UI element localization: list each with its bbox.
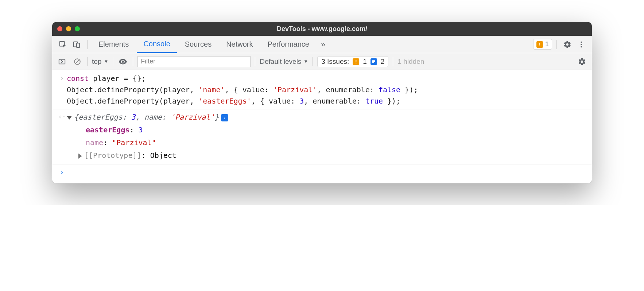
console-body: › const player = {}; Object.defineProper… [52,70,592,183]
prompt-marker-icon: › [57,167,67,178]
separator [255,57,255,66]
tab-performance[interactable]: Performance [261,36,316,53]
log-levels-dropdown[interactable]: Default levels ▼ [260,58,308,66]
svg-point-5 [581,46,582,47]
window-title: DevTools - www.google.com/ [52,25,592,33]
console-toolbar: top ▼ Default levels ▼ 3 Issues: ! 1 2 1… [52,53,592,70]
property-name[interactable]: name: "Parzival" [67,137,587,148]
code-line[interactable]: const player = {}; Object.defineProperty… [67,73,587,107]
property-easterEggs[interactable]: easterEggs: 3 [67,124,587,136]
property-prototype[interactable]: [[Prototype]]: Object [67,150,587,161]
kebab-menu-icon[interactable] [575,38,587,51]
warning-icon: ! [536,41,543,48]
console-output-row: ‹· {easterEggs: 3, name: 'Parzival'}i [52,109,592,124]
svg-rect-2 [77,43,79,47]
console-prompt-row[interactable]: › [52,164,592,178]
context-label: top [92,58,101,66]
warnings-count: 1 [545,40,549,48]
tab-elements[interactable]: Elements [92,36,135,53]
issues-warn-count: 1 [363,58,367,66]
object-property-row: name: "Parzival" [52,136,592,149]
input-marker-icon: › [57,73,67,83]
output-marker-icon: ‹· [57,112,67,122]
separator [393,57,393,66]
svg-rect-6 [59,59,65,64]
issues-info-count: 2 [381,58,385,66]
console-settings-icon[interactable] [577,56,587,67]
context-selector[interactable]: top ▼ [92,58,108,66]
sidebar-toggle-icon[interactable] [57,56,67,67]
separator [87,57,88,66]
separator [113,57,113,66]
issues-button[interactable]: 3 Issues: ! 1 2 [317,56,388,67]
device-toggle-icon[interactable] [70,38,83,51]
warning-icon: ! [353,58,359,65]
object-property-row: easterEggs: 3 [52,124,592,136]
tab-console[interactable]: Console [137,36,176,53]
console-input-row: › const player = {}; Object.defineProper… [52,72,592,108]
tabs-overflow-button[interactable]: » [317,40,329,49]
separator [133,57,133,66]
object-property-row: [[Prototype]]: Object [52,149,592,162]
separator [87,40,88,49]
titlebar: DevTools - www.google.com/ [52,22,592,36]
svg-point-3 [581,41,582,43]
warnings-badge[interactable]: ! 1 [533,39,552,50]
svg-line-8 [75,59,79,63]
info-icon [371,58,377,65]
separator [556,40,557,49]
settings-icon[interactable] [561,38,574,51]
hidden-count: 1 hidden [397,58,424,66]
expand-toggle-icon[interactable] [67,116,72,120]
expand-toggle-icon[interactable] [78,154,82,159]
tab-network[interactable]: Network [220,36,259,53]
tab-sources[interactable]: Sources [178,36,218,53]
devtools-window: DevTools - www.google.com/ Elements Cons… [52,22,592,183]
main-tabbar: Elements Console Sources Network Perform… [52,36,592,53]
info-badge-icon[interactable]: i [221,114,228,121]
inspect-icon[interactable] [57,38,69,51]
svg-point-4 [581,44,582,45]
levels-label: Default levels [260,58,301,66]
object-preview[interactable]: {easterEggs: 3, name: 'Parzival'}i [67,112,587,123]
separator [313,57,313,66]
filter-input[interactable] [137,56,251,67]
issues-label: 3 Issues: [321,58,349,66]
clear-console-icon[interactable] [72,56,83,67]
live-expression-icon[interactable] [117,56,128,67]
